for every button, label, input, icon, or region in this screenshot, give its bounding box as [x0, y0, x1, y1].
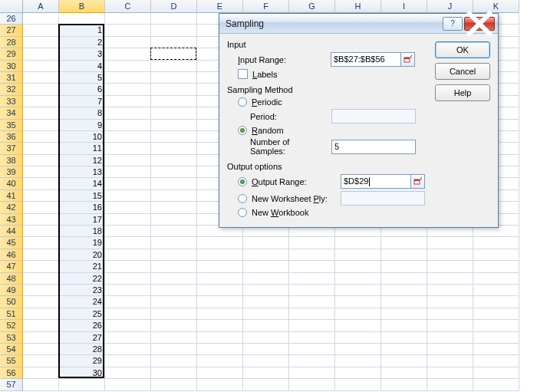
cell[interactable]: [473, 320, 519, 331]
cell[interactable]: [289, 367, 335, 379]
cell[interactable]: [243, 285, 289, 296]
labels-checkbox[interactable]: Labels: [238, 69, 427, 79]
cell[interactable]: [427, 332, 473, 344]
cell[interactable]: [23, 273, 59, 285]
cell[interactable]: [381, 249, 427, 261]
cell[interactable]: [105, 25, 151, 36]
periodic-radio[interactable]: Periodic: [238, 97, 427, 107]
cell[interactable]: [151, 96, 197, 107]
col-header-G[interactable]: G: [289, 0, 335, 13]
cell[interactable]: [427, 355, 473, 367]
col-header-A[interactable]: A: [23, 0, 59, 13]
row-header[interactable]: 43: [0, 214, 23, 226]
cell[interactable]: [335, 332, 381, 344]
cell[interactable]: [23, 143, 59, 154]
cell[interactable]: [151, 178, 197, 189]
cell[interactable]: [105, 155, 151, 166]
cell[interactable]: [289, 285, 335, 296]
row-header[interactable]: 27: [0, 25, 23, 36]
row-header[interactable]: 47: [0, 261, 23, 272]
cell[interactable]: [151, 332, 197, 344]
cell[interactable]: [197, 249, 243, 261]
cell[interactable]: [105, 48, 151, 60]
cell[interactable]: [23, 61, 59, 72]
cell[interactable]: 17: [59, 214, 105, 226]
cell[interactable]: [427, 237, 473, 249]
cell[interactable]: [473, 344, 519, 355]
cell[interactable]: [289, 355, 335, 367]
cell[interactable]: [105, 308, 151, 320]
cell[interactable]: [335, 379, 381, 390]
cell[interactable]: [335, 296, 381, 308]
cell[interactable]: [381, 379, 427, 390]
cell[interactable]: [381, 285, 427, 296]
row-header[interactable]: 48: [0, 273, 23, 285]
cell[interactable]: [23, 178, 59, 189]
cell[interactable]: [23, 320, 59, 331]
cell[interactable]: [105, 367, 151, 379]
new-workbook-radio[interactable]: New Workbook: [238, 208, 427, 217]
cell[interactable]: 14: [59, 178, 105, 189]
cell[interactable]: [105, 355, 151, 367]
cell[interactable]: 26: [59, 320, 105, 331]
col-header-C[interactable]: C: [105, 0, 151, 13]
cell[interactable]: [197, 332, 243, 344]
row-header[interactable]: 37: [0, 143, 23, 154]
row-header[interactable]: 54: [0, 344, 23, 355]
row-header[interactable]: 52: [0, 320, 23, 331]
cell[interactable]: [105, 13, 151, 25]
row-header[interactable]: 50: [0, 296, 23, 308]
cell[interactable]: [105, 320, 151, 331]
cell[interactable]: [335, 308, 381, 320]
cell[interactable]: [243, 296, 289, 308]
cell[interactable]: 8: [59, 107, 105, 119]
cell[interactable]: [427, 308, 473, 320]
row-header[interactable]: 49: [0, 285, 23, 296]
col-header-H[interactable]: H: [335, 0, 381, 13]
cell[interactable]: [151, 190, 197, 202]
cell[interactable]: 25: [59, 308, 105, 320]
cell[interactable]: 11: [59, 143, 105, 154]
row-header[interactable]: 44: [0, 226, 23, 237]
cell[interactable]: [335, 285, 381, 296]
cell[interactable]: [427, 249, 473, 261]
select-all-corner[interactable]: [0, 0, 23, 13]
cell[interactable]: [151, 61, 197, 72]
cell[interactable]: [59, 13, 105, 25]
cell[interactable]: [473, 332, 519, 344]
cell[interactable]: [105, 190, 151, 202]
cell[interactable]: [473, 367, 519, 379]
help-button[interactable]: Help: [435, 84, 490, 101]
cell[interactable]: [243, 355, 289, 367]
cell[interactable]: [197, 273, 243, 285]
cell[interactable]: [23, 13, 59, 25]
cell[interactable]: 13: [59, 166, 105, 178]
cell[interactable]: [23, 202, 59, 213]
cell[interactable]: [243, 320, 289, 331]
close-button[interactable]: [464, 17, 495, 31]
cell[interactable]: [197, 285, 243, 296]
cell[interactable]: [243, 344, 289, 355]
row-header[interactable]: 33: [0, 96, 23, 107]
cell[interactable]: [335, 273, 381, 285]
cell[interactable]: [197, 320, 243, 331]
cell[interactable]: [243, 367, 289, 379]
row-header[interactable]: 40: [0, 178, 23, 189]
cell[interactable]: [105, 214, 151, 226]
cell[interactable]: [151, 308, 197, 320]
cell[interactable]: 29: [59, 355, 105, 367]
cell[interactable]: [105, 72, 151, 84]
cell[interactable]: [23, 249, 59, 261]
cell[interactable]: [151, 107, 197, 119]
output-range-ref-button[interactable]: [411, 174, 425, 189]
cell[interactable]: 20: [59, 249, 105, 261]
cell[interactable]: 28: [59, 344, 105, 355]
cell[interactable]: [105, 296, 151, 308]
cell[interactable]: 4: [59, 61, 105, 72]
cell[interactable]: [151, 120, 197, 131]
cell[interactable]: [105, 261, 151, 272]
cell[interactable]: [243, 273, 289, 285]
input-range-field[interactable]: $B$27:$B$56: [331, 52, 401, 67]
cell[interactable]: [335, 237, 381, 249]
cell[interactable]: [335, 367, 381, 379]
